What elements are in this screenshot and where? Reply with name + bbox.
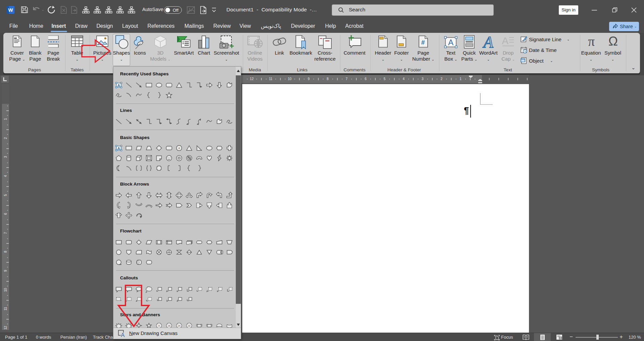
svg-text:A: A [117, 83, 120, 87]
svg-text:16: 16 [168, 325, 170, 327]
svg-text:24: 24 [178, 325, 180, 327]
svg-text:A: A [448, 38, 453, 47]
svg-text:32: 32 [188, 325, 191, 327]
svg-text:#: # [421, 39, 425, 46]
svg-text:A: A [502, 36, 508, 46]
svg-text:A: A [482, 35, 493, 50]
svg-text:A: A [117, 146, 120, 150]
svg-text:8: 8 [158, 325, 160, 327]
svg-text:8: 8 [178, 147, 180, 150]
svg-text:A: A [121, 332, 125, 338]
